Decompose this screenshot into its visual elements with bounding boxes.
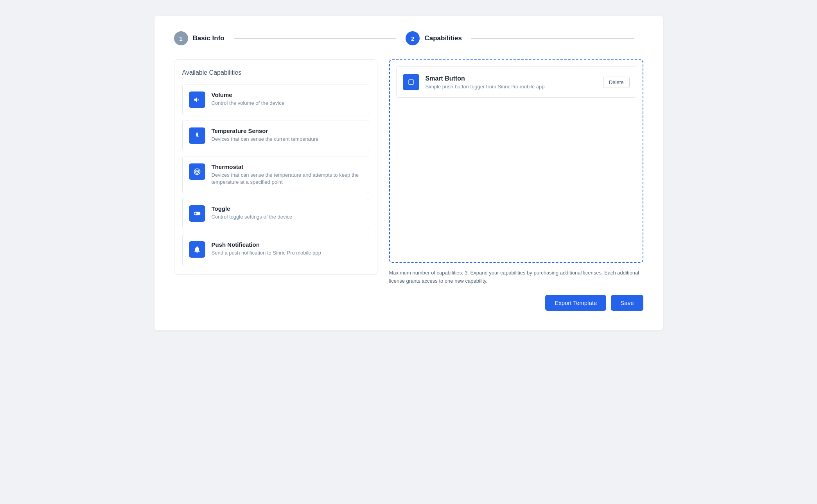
selected-capability-smart-button: Smart Button Simple push button trigger … bbox=[396, 66, 636, 98]
steps-header: 1 Basic Info 2 Capabilities bbox=[174, 31, 643, 45]
thermostat-icon bbox=[189, 163, 205, 180]
page-container: 1 Basic Info 2 Capabilities Available Ca… bbox=[154, 16, 663, 330]
drop-zone[interactable]: Smart Button Simple push button trigger … bbox=[389, 59, 643, 263]
capability-item-thermostat[interactable]: Thermostat Devices that can sense the te… bbox=[182, 156, 369, 193]
capabilities-info-text: Maximum number of capabilities: 3. Expan… bbox=[389, 269, 643, 285]
step-1-label: Basic Info bbox=[193, 34, 224, 42]
main-layout: Available Capabilities Volume Control th… bbox=[174, 59, 643, 311]
step-divider-2 bbox=[471, 38, 634, 39]
push-notification-name: Push Notification bbox=[212, 241, 363, 248]
step-1-circle: 1 bbox=[174, 31, 188, 45]
right-panel: Smart Button Simple push button trigger … bbox=[389, 59, 643, 311]
push-notification-desc: Send a push notification to Sinric Pro m… bbox=[212, 249, 363, 256]
thermostat-name: Thermostat bbox=[212, 163, 363, 170]
volume-icon bbox=[189, 91, 205, 108]
panel-title: Available Capabilities bbox=[182, 69, 369, 76]
export-template-button[interactable]: Export Template bbox=[545, 295, 606, 311]
toggle-desc: Control toggle settings of the device bbox=[212, 213, 363, 221]
svg-rect-1 bbox=[409, 80, 413, 84]
smart-button-icon bbox=[403, 74, 419, 90]
capability-item-volume[interactable]: Volume Control the volume of the device bbox=[182, 84, 369, 115]
toggle-name: Toggle bbox=[212, 205, 363, 212]
thermostat-desc: Devices that can sense the temperature a… bbox=[212, 172, 363, 186]
step-1: 1 Basic Info bbox=[174, 31, 224, 45]
volume-name: Volume bbox=[212, 91, 363, 98]
toggle-icon bbox=[189, 205, 205, 222]
smart-button-name: Smart Button bbox=[426, 75, 597, 82]
capability-item-push-notification[interactable]: Push Notification Send a push notificati… bbox=[182, 234, 369, 265]
temperature-sensor-desc: Devices that can sense the current tempe… bbox=[212, 136, 363, 143]
bottom-actions: Export Template Save bbox=[389, 295, 643, 311]
available-capabilities-panel: Available Capabilities Volume Control th… bbox=[174, 59, 377, 275]
step-2-circle: 2 bbox=[406, 31, 420, 45]
save-button[interactable]: Save bbox=[611, 295, 643, 311]
capability-list: Volume Control the volume of the device … bbox=[182, 84, 369, 265]
step-divider-1 bbox=[234, 38, 397, 39]
volume-desc: Control the volume of the device bbox=[212, 100, 363, 107]
smart-button-desc: Simple push button trigger from SinricPr… bbox=[426, 84, 597, 90]
push-notification-icon bbox=[189, 241, 205, 258]
capability-item-temperature-sensor[interactable]: Temperature Sensor Devices that can sens… bbox=[182, 120, 369, 151]
temperature-sensor-icon bbox=[189, 127, 205, 144]
temperature-sensor-name: Temperature Sensor bbox=[212, 127, 363, 134]
step-2: 2 Capabilities bbox=[406, 31, 461, 45]
capability-item-toggle[interactable]: Toggle Control toggle settings of the de… bbox=[182, 198, 369, 229]
delete-smart-button[interactable]: Delete bbox=[603, 77, 630, 88]
step-2-label: Capabilities bbox=[424, 34, 461, 42]
